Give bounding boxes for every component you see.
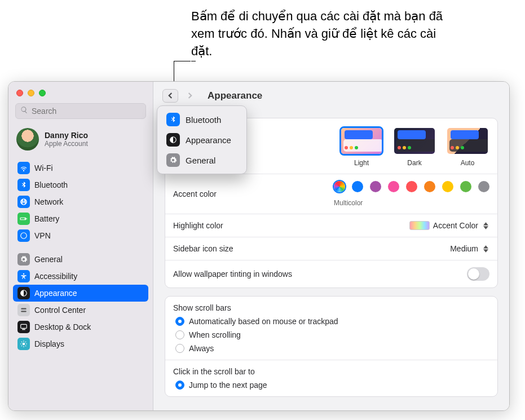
appearance-option-light[interactable]: Light — [339, 126, 383, 167]
tinting-label: Allow wallpaper tinting in windows — [173, 269, 292, 278]
radio-label: When scrolling — [189, 330, 241, 339]
bluetooth-icon — [166, 113, 180, 126]
bluetooth-icon — [17, 179, 30, 191]
history-item-appearance[interactable]: Appearance — [161, 130, 243, 150]
option-label: Light — [354, 159, 369, 167]
svg-rect-2 — [21, 308, 26, 310]
forward-button[interactable] — [182, 89, 197, 103]
menu-label: General — [186, 156, 215, 165]
chevron-updown-icon — [482, 245, 489, 253]
sidebar-item-desktop-dock[interactable]: Desktop & Dock — [13, 319, 148, 335]
accent-blue[interactable] — [352, 181, 363, 192]
radio-icon — [175, 330, 184, 339]
sidebar-item-general[interactable]: General — [13, 251, 148, 268]
option-label: Auto — [461, 159, 475, 167]
history-item-bluetooth[interactable]: Bluetooth — [161, 109, 243, 130]
sidebar-item-label: Bluetooth — [34, 180, 68, 189]
settings-window: Danny Rico Apple Account Wi-Fi Bluetooth… — [8, 81, 510, 411]
callout-text: Bấm để di chuyển qua các cài đặt mà bạn … — [191, 8, 451, 60]
displays-icon — [17, 338, 30, 350]
sidebar-item-bluetooth[interactable]: Bluetooth — [13, 176, 148, 193]
chevron-updown-icon — [482, 222, 489, 229]
sidebar-item-label: General — [34, 255, 63, 264]
account-name: Danny Rico — [45, 131, 88, 140]
accent-multicolor[interactable] — [334, 181, 345, 192]
account-row[interactable]: Danny Rico Apple Account — [8, 125, 153, 158]
sidebar-size-label: Sidebar icon size — [173, 244, 233, 253]
globe-icon — [17, 196, 30, 208]
dock-icon — [17, 321, 30, 333]
scroll-click-title: Click in the scroll bar to — [173, 367, 489, 376]
radio-label: Always — [189, 344, 214, 353]
back-button[interactable] — [162, 89, 178, 103]
search-field[interactable] — [15, 103, 146, 119]
accent-red[interactable] — [406, 181, 417, 192]
svg-rect-4 — [21, 324, 27, 328]
radio-icon — [175, 317, 184, 326]
sidebar-item-accessibility[interactable]: Accessibility — [13, 268, 148, 285]
account-sub: Apple Account — [45, 140, 88, 148]
sidebar-item-label: VPN — [34, 231, 51, 240]
svg-rect-3 — [21, 311, 26, 312]
highlight-dropdown[interactable]: Accent Color — [409, 221, 489, 230]
highlight-label: Highlight color — [173, 221, 223, 230]
sidebar: Danny Rico Apple Account Wi-Fi Bluetooth… — [8, 82, 153, 410]
battery-icon — [17, 213, 30, 225]
accessibility-icon — [17, 270, 30, 282]
content: Appearance Bluetooth Appearance General … — [153, 82, 509, 410]
sidebar-item-label: Appearance — [34, 289, 77, 298]
scroll-option-always[interactable]: Always — [173, 344, 489, 353]
accent-graphite[interactable] — [478, 181, 489, 192]
page-title: Appearance — [208, 90, 262, 101]
gear-icon — [17, 253, 30, 266]
sidebar-item-label: Battery — [34, 214, 59, 223]
scroll-option-when-scrolling[interactable]: When scrolling — [173, 330, 489, 339]
minimize-button[interactable] — [28, 90, 34, 96]
appearance-option-auto[interactable]: Auto — [445, 126, 489, 167]
radio-icon — [175, 381, 184, 390]
sidebar-item-network[interactable]: Network — [13, 193, 148, 210]
zoom-button[interactable] — [39, 90, 46, 96]
control-center-icon — [17, 304, 30, 316]
scroll-option-auto[interactable]: Automatically based on mouse or trackpad — [173, 317, 489, 326]
sidebar-item-label: Wi-Fi — [34, 163, 53, 173]
radio-label: Automatically based on mouse or trackpad — [189, 317, 338, 326]
accent-green[interactable] — [460, 181, 471, 192]
sidebar-size-dropdown[interactable]: Medium — [450, 244, 489, 253]
vpn-icon — [17, 229, 30, 242]
accent-orange[interactable] — [424, 181, 435, 192]
menu-label: Appearance — [186, 135, 231, 145]
option-label: Dark — [407, 159, 421, 167]
appearance-icon — [17, 287, 30, 299]
sidebar-item-appearance[interactable]: Appearance — [13, 285, 148, 302]
history-item-general[interactable]: General — [161, 150, 243, 170]
window-controls — [8, 82, 153, 101]
tinting-toggle[interactable] — [467, 267, 489, 281]
accent-yellow[interactable] — [442, 181, 453, 192]
accent-label: Accent color — [173, 189, 217, 198]
sidebar-item-label: Accessibility — [34, 272, 77, 281]
menu-label: Bluetooth — [186, 115, 221, 125]
sidebar-item-displays[interactable]: Displays — [13, 335, 148, 352]
nav: Wi-Fi Bluetooth Network Battery VPN — [8, 158, 153, 357]
sidebar-item-label: Displays — [34, 339, 64, 348]
close-button[interactable] — [16, 90, 23, 96]
sidebar-item-label: Control Center — [34, 306, 86, 315]
svg-point-0 — [23, 273, 24, 275]
accent-purple[interactable] — [370, 181, 381, 192]
radio-icon — [175, 344, 184, 353]
appearance-option-dark[interactable]: Dark — [392, 126, 436, 167]
scroll-click-jump-next[interactable]: Jump to the next page — [173, 381, 489, 390]
sidebar-item-vpn[interactable]: VPN — [13, 227, 148, 244]
svg-point-6 — [23, 343, 25, 346]
sidebar-item-control-center[interactable]: Control Center — [13, 302, 148, 319]
scroll-section: Show scroll bars Automatically based on … — [165, 296, 498, 397]
sidebar-item-battery[interactable]: Battery — [13, 210, 148, 227]
accent-pink[interactable] — [388, 181, 399, 192]
sidebar-item-label: Network — [34, 197, 63, 206]
search-input[interactable] — [32, 107, 141, 116]
history-menu: Bluetooth Appearance General — [157, 105, 247, 174]
gradient-icon — [409, 221, 430, 230]
scrollbars-title: Show scroll bars — [173, 303, 489, 312]
sidebar-item-wifi[interactable]: Wi-Fi — [13, 160, 148, 176]
